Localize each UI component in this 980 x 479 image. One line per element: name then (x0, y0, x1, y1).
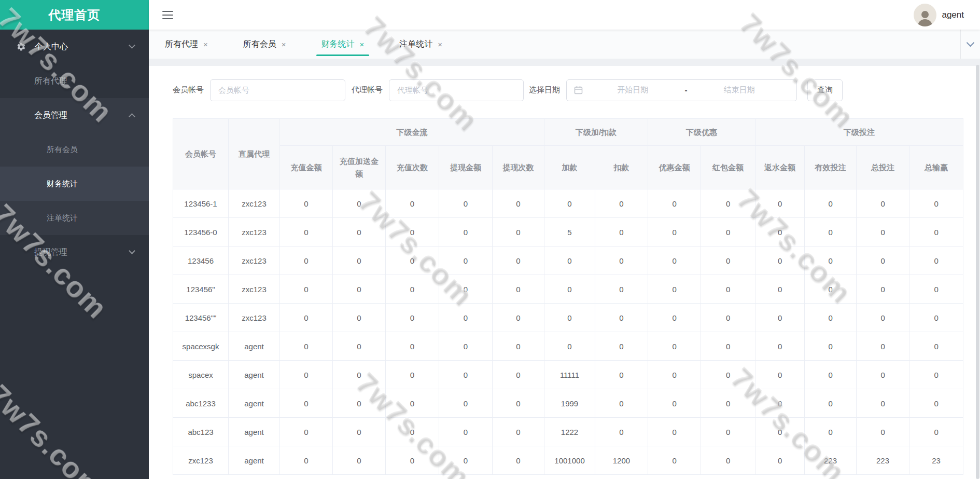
cell-member-account: 123456" (173, 275, 229, 304)
cell-direct-agent: zxc123 (229, 275, 280, 304)
cell-value: 0 (493, 361, 544, 389)
cell-value: 0 (805, 418, 857, 446)
member-account-input[interactable] (210, 79, 345, 101)
tab-label: 财务统计 (321, 39, 355, 50)
date-range-input[interactable]: 开始日期 - 结束日期 (566, 79, 797, 101)
tab[interactable]: 注单统计× (390, 30, 452, 59)
cell-value: 0 (701, 304, 755, 332)
cell-value: 223 (805, 446, 857, 475)
cell-value: 0 (280, 247, 333, 275)
sidebar-item-label: 所有代理 (34, 76, 67, 87)
tab[interactable]: 财务统计× (312, 30, 374, 59)
cell-value: 0 (648, 418, 701, 446)
agent-account-input[interactable] (389, 79, 524, 101)
sidebar-item[interactable]: 财务统计 (0, 167, 149, 201)
cell-value: 0 (648, 247, 701, 275)
cell-value: 0 (909, 389, 963, 418)
sidebar-item-label: 会员管理 (34, 110, 67, 121)
cell-direct-agent: agent (229, 418, 280, 446)
scrollbar-thumb[interactable] (976, 65, 979, 479)
cell-value: 0 (909, 304, 963, 332)
cell-value: 0 (755, 275, 805, 304)
sidebar-item[interactable]: 提现管理 (0, 235, 149, 269)
close-tab-icon[interactable]: × (203, 40, 208, 48)
close-tab-icon[interactable]: × (438, 40, 442, 48)
tab-bar: 所有代理×所有会员×财务统计×注单统计× (149, 30, 980, 59)
cell-value: 0 (755, 304, 805, 332)
cell-value: 0 (857, 189, 909, 218)
cell-value: 0 (648, 389, 701, 418)
sidebar-item[interactable]: 个人中心 (0, 30, 149, 64)
menu-toggle-icon[interactable] (162, 11, 173, 19)
cell-member-account: abc1233 (173, 389, 229, 418)
date-select-label: 选择日期 (529, 85, 560, 95)
column-header: 扣款 (595, 146, 648, 189)
cell-value: 0 (493, 275, 544, 304)
query-button[interactable]: 查询 (807, 79, 843, 101)
column-header: 充值金额 (280, 146, 333, 189)
cell-value: 0 (805, 275, 857, 304)
cell-value: 0 (805, 361, 857, 389)
column-group-header: 下级金流 (280, 119, 544, 146)
chevron-down-icon (967, 39, 975, 47)
sidebar-item-label: 个人中心 (35, 42, 68, 52)
close-tab-icon[interactable]: × (282, 40, 286, 48)
cell-value: 0 (280, 218, 333, 247)
close-tab-icon[interactable]: × (360, 40, 365, 48)
cell-value: 0 (439, 332, 493, 361)
sidebar-item-label: 提现管理 (34, 247, 67, 258)
user-name: agent (942, 10, 964, 20)
user-menu[interactable]: agent (914, 4, 964, 26)
sidebar-item[interactable]: 会员管理 (0, 98, 149, 132)
start-date-placeholder: 开始日期 (583, 85, 683, 95)
cell-member-account: 123456-0 (173, 218, 229, 247)
cell-value: 1200 (595, 446, 648, 475)
cell-value: 0 (701, 389, 755, 418)
filter-bar: 会员帐号 代理帐号 选择日期 开始日期 - 结束日期 查询 (173, 79, 963, 101)
cell-value: 0 (701, 418, 755, 446)
calendar-icon (574, 86, 583, 94)
column-header: 红包金额 (701, 146, 755, 189)
tab[interactable]: 所有代理× (156, 30, 217, 59)
tab-label: 所有代理 (165, 39, 198, 50)
cell-value: 0 (333, 304, 386, 332)
cell-value: 23 (909, 446, 963, 475)
cell-value: 0 (909, 418, 963, 446)
cell-member-account: spacex (173, 361, 229, 389)
column-header: 充值加送金额 (333, 146, 386, 189)
sidebar-item-label: 所有会员 (47, 145, 78, 155)
cell-member-account: spacexsgk (173, 332, 229, 361)
cell-value: 0 (493, 418, 544, 446)
cell-direct-agent: zxc123 (229, 304, 280, 332)
cell-value: 0 (386, 389, 439, 418)
column-header: 优惠金额 (648, 146, 701, 189)
top-header: agent (149, 0, 980, 30)
cell-value: 0 (280, 189, 333, 218)
cell-value: 0 (857, 418, 909, 446)
cell-value: 0 (755, 446, 805, 475)
chevron-down-icon (129, 248, 135, 254)
cell-value: 0 (648, 304, 701, 332)
cell-value: 0 (648, 361, 701, 389)
cell-value: 0 (439, 446, 493, 475)
sidebar-item[interactable]: 所有代理 (0, 64, 149, 98)
cell-member-account: 123456 (173, 247, 229, 275)
tab[interactable]: 所有会员× (234, 30, 296, 59)
cell-value: 0 (595, 418, 648, 446)
table-row: 123456""zxc1230000000000000 (173, 304, 963, 332)
avatar (914, 4, 936, 26)
table-row: abc123agent0000012220000000 (173, 418, 963, 446)
tabs-dropdown-button[interactable] (960, 30, 980, 59)
column-header: 会员帐号 (173, 119, 229, 189)
column-header: 提现次数 (493, 146, 544, 189)
cell-value: 0 (544, 247, 595, 275)
table-row: zxc123agent000001001000120000022322323 (173, 446, 963, 475)
cell-value: 0 (544, 189, 595, 218)
cell-direct-agent: zxc123 (229, 218, 280, 247)
sidebar-item[interactable]: 所有会员 (0, 132, 149, 167)
sidebar-item[interactable]: 注单统计 (0, 201, 149, 235)
cell-value: 0 (595, 275, 648, 304)
gear-icon (17, 42, 26, 51)
cell-value: 0 (280, 418, 333, 446)
cell-value: 0 (544, 304, 595, 332)
